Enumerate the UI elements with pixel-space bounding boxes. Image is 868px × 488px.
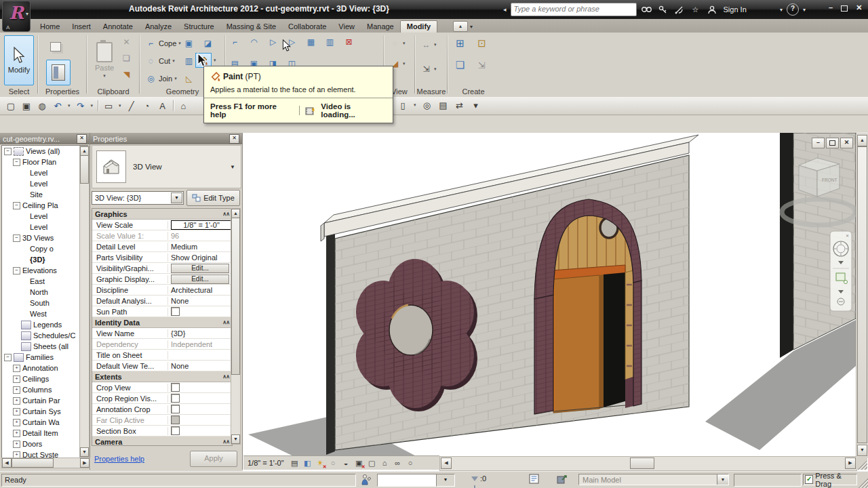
tree-item-label[interactable]: 3D Views (22, 234, 54, 242)
tree-item-sheets-all[interactable]: Sheets (all (2, 341, 87, 352)
property-editbox[interactable]: 1/8" = 1'-0" (171, 220, 232, 230)
cope-tool[interactable]: ⌐ Cope ▾ (145, 38, 181, 49)
orbit-3d-icon[interactable]: ◎ (422, 100, 433, 110)
tree-expand-icon[interactable]: + (13, 408, 20, 415)
tree-item-families[interactable]: −Families (2, 352, 87, 363)
paint-dropdown-icon[interactable]: ▾ (214, 58, 216, 63)
property-value[interactable]: {3D} (168, 329, 232, 338)
property-value[interactable]: 1/8" = 1'-0" (168, 220, 232, 230)
sun-shadows-off-icon[interactable]: ☀ (315, 458, 326, 468)
instance-combo-dropdown-icon[interactable]: ▼ (171, 192, 182, 203)
edit-button[interactable]: Edit... (171, 264, 229, 273)
tree-item-label[interactable]: Annotation (22, 364, 58, 372)
home-icon[interactable]: ⌂ (178, 100, 189, 111)
view-restore-button[interactable] (826, 138, 839, 148)
type-selector[interactable]: 3D View ▼ (92, 145, 241, 188)
tree-item-curtain-sys[interactable]: +Curtain Sys (2, 406, 87, 417)
visual-style-icon[interactable]: ◧ (302, 458, 313, 468)
beam-cope-icon[interactable]: ▣ (183, 38, 195, 49)
edit-button[interactable]: Edit... (171, 274, 229, 284)
tree-expand-icon[interactable]: + (13, 375, 20, 383)
close-button[interactable]: ✕ (856, 3, 862, 13)
tree-item-label[interactable]: Doors (22, 440, 42, 448)
tree-item-east[interactable]: East (2, 276, 87, 287)
property-section-camera[interactable]: Camera∧∧ (92, 436, 232, 446)
tree-item-label[interactable]: Floor Plan (22, 158, 56, 166)
tree-item-3d[interactable]: {3D} (2, 254, 87, 265)
status-edit-field[interactable] (377, 474, 437, 487)
show-rendering-icon[interactable]: ◒ (341, 458, 351, 468)
temporary-hide-icon[interactable]: ○ (406, 458, 416, 468)
ribbon-minimize-icon[interactable]: ▲ (453, 21, 468, 32)
prop-vscroll-thumb[interactable] (231, 218, 240, 375)
tree-collapse-icon[interactable]: − (4, 354, 12, 361)
canvas-vscroll-thumb[interactable] (857, 146, 867, 443)
canvas-hscroll-thumb[interactable] (630, 458, 654, 469)
property-value[interactable]: Show Original (168, 253, 232, 262)
canvas-scroll-left-icon[interactable]: ◀ (441, 458, 452, 469)
tree-item-label[interactable]: Families (26, 353, 54, 361)
search-input[interactable]: Type a keyword or phrase (511, 3, 637, 16)
design-option-combo[interactable]: Main Model ▼ (578, 474, 729, 485)
tree-item-label[interactable]: Level (30, 223, 47, 231)
property-value[interactable] (168, 394, 232, 403)
property-value[interactable]: None (168, 297, 232, 305)
tree-item-label[interactable]: Sheets (all (33, 342, 68, 350)
tree-item-level[interactable]: Level (2, 178, 87, 189)
text-icon[interactable]: A (157, 100, 168, 111)
tree-expand-icon[interactable]: + (13, 441, 20, 448)
search-collapse-icon[interactable]: ◂ (503, 6, 507, 13)
property-checkbox[interactable] (171, 307, 180, 316)
tree-item-label[interactable]: Ceiling Pla (22, 201, 58, 209)
locked-3d-view-icon[interactable]: ⌂ (380, 458, 390, 468)
tag-icon[interactable]: ◔ (142, 100, 153, 111)
properties-toggle-button[interactable] (46, 60, 71, 85)
crop-region-icon[interactable]: ▢ (367, 458, 377, 468)
canvas-hscrollbar[interactable]: ◀ ▶ (439, 456, 857, 471)
redo-dropdown-icon[interactable]: ▾ (91, 103, 94, 108)
tree-item-label[interactable]: North (30, 288, 48, 296)
property-section-extents[interactable]: Extents∧∧ (92, 371, 232, 382)
zoom-region-icon[interactable] (836, 273, 845, 281)
tree-item-label[interactable]: Curtain Par (22, 396, 60, 405)
scale-bar-dropdown-icon[interactable]: ▾ (119, 103, 121, 108)
browser-scroll-up-icon[interactable]: ▲ (80, 146, 89, 156)
tree-item-west[interactable]: West (2, 308, 87, 319)
tree-item-label[interactable]: Detail Item (22, 429, 58, 437)
help-icon[interactable]: ? (787, 3, 799, 16)
crop-off-icon[interactable]: ▣ (354, 458, 364, 468)
tab-home[interactable]: Home (34, 21, 66, 33)
tree-item-curtain-wa[interactable]: +Curtain Wa (2, 417, 87, 428)
worksharing-icon[interactable] (556, 474, 568, 485)
create-assembly-icon[interactable]: ❏ (454, 60, 466, 70)
tab-structure[interactable]: Structure (178, 21, 220, 33)
press-drag-checkbox[interactable]: ✓ (805, 475, 813, 484)
redo-icon[interactable]: ↷ (75, 100, 86, 111)
tab-massing-site[interactable]: Massing & Site (220, 21, 282, 33)
tree-item-floor-plan[interactable]: −Floor Plan (2, 157, 87, 167)
save-icon[interactable]: ▣ (21, 100, 32, 111)
property-checkbox[interactable] (171, 383, 180, 392)
view-window-dropdown-icon[interactable]: ▾ (414, 102, 416, 108)
properties-close-icon[interactable]: ✕ (229, 134, 239, 144)
qat-chevron-icon[interactable]: ▾ (471, 100, 481, 110)
property-value[interactable]: Edit... (168, 264, 232, 273)
join-tool[interactable]: ◎ Join ▾ (145, 73, 177, 84)
section-collapse-icon[interactable]: ∧∧ (222, 211, 229, 217)
tree-item-label[interactable]: Curtain Wa (22, 418, 60, 426)
detail-line-icon[interactable]: ╱ (126, 100, 137, 111)
navigation-bar[interactable]: ✕ (830, 231, 852, 311)
canvas-scroll-right-icon[interactable]: ▶ (845, 458, 856, 469)
reorder-icon[interactable]: ⇄ (454, 100, 465, 110)
tree-item-level[interactable]: Level (2, 211, 87, 222)
toolbar-dropdown-icon[interactable]: ▾ (780, 7, 783, 13)
tree-item-label[interactable]: South (30, 299, 50, 307)
paste-button[interactable]: Paste ▾ (91, 35, 118, 85)
tab-manage[interactable]: Manage (361, 21, 400, 33)
reveal-hidden-icon[interactable]: ∞ (393, 458, 403, 468)
editable-only-icon[interactable] (529, 474, 541, 485)
apply-button[interactable]: Apply (190, 451, 237, 467)
project-browser-close-icon[interactable]: ✕ (77, 134, 87, 144)
section-collapse-icon[interactable]: ∧∧ (222, 373, 229, 380)
property-value[interactable] (168, 383, 232, 392)
